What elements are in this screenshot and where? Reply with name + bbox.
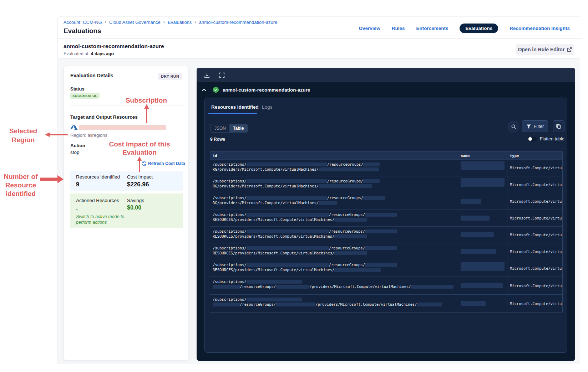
active-tab-underline [208, 113, 257, 114]
status-badge: SUCCESSFUL [70, 93, 100, 99]
resources-subpanel: Resources Identified Logs JSON Table Fil… [204, 98, 567, 353]
fullscreen-icon[interactable] [219, 72, 225, 78]
breadcrumb-item[interactable]: Evaluations [168, 20, 192, 25]
table-header-row: idnametype [210, 151, 562, 159]
annotation-subscription: Subscription [126, 96, 167, 105]
search-button[interactable] [508, 122, 518, 131]
nav-item-rules[interactable]: Rules [392, 26, 405, 31]
flatten-label: Flatten table [540, 136, 564, 141]
cell-name [458, 260, 507, 277]
redaction-box [334, 218, 367, 222]
breadcrumb-separator: › [194, 19, 196, 25]
nav-item-overview[interactable]: Overview [359, 26, 380, 31]
redaction-box [319, 201, 337, 205]
cell-type: Microsoft.Compute/virtualMachines [507, 295, 562, 312]
redaction-box [247, 246, 329, 250]
breadcrumb: Account: CCM-NG›Cloud Asset Governance›E… [64, 20, 277, 25]
azure-logo-icon [70, 123, 78, 131]
copy-button[interactable] [553, 120, 564, 132]
nav-item-enforcements[interactable]: Enforcements [416, 26, 448, 31]
breadcrumb-item[interactable]: Account: CCM-NG [64, 20, 102, 25]
redaction-box [247, 213, 329, 217]
table-row: /subscriptions//resourceGroups/RESOURCES… [210, 260, 562, 277]
external-link-icon [567, 47, 572, 52]
copy-icon [556, 124, 561, 129]
search-icon [511, 124, 516, 129]
download-icon[interactable] [204, 72, 210, 78]
cell-id: /subscriptions//resourceGroups/RG/provid… [210, 193, 458, 210]
view-mode-json[interactable]: JSON [211, 124, 229, 132]
active-mode-note: Switch to active mode toperform actions [76, 214, 124, 225]
table-row: /subscriptions//resourceGroups/RG/provid… [210, 176, 562, 193]
redaction-box [461, 161, 505, 170]
rows-count: 9 Rows [210, 137, 225, 142]
cell-id: /subscriptions//resourceGroups/RESOURCES… [210, 227, 458, 243]
redaction-box [334, 234, 367, 238]
open-rule-editor-button[interactable]: Open in Rule Editor [516, 44, 574, 55]
resources-identified-label: Resources Identified [76, 174, 120, 180]
cell-id: /subscriptions//resourceGroups/RG/provid… [210, 176, 458, 193]
redaction-box [411, 285, 453, 289]
actioned-savings-box: Actioned Resources Savings - $0.00 Switc… [70, 193, 183, 228]
cell-id: /subscriptions//resourceGroups/RG/provid… [210, 160, 458, 176]
arrow-selected-region-head [45, 133, 50, 137]
table-row: /subscriptions//resourceGroups//provider… [210, 277, 562, 294]
cost-impact-label: Cost Impact [127, 174, 153, 180]
filter-button[interactable]: Filter [522, 120, 548, 132]
refresh-cost-data-link[interactable]: Refresh Cost Data [142, 161, 185, 166]
redaction-box [461, 216, 490, 221]
cell-name [458, 193, 507, 210]
redaction-box [365, 213, 397, 217]
table-header-type: type [507, 152, 562, 159]
redaction-box [319, 167, 379, 171]
evaluation-name: anmol-custom-recommendation-azure [64, 43, 164, 50]
redaction-box [247, 229, 329, 233]
refresh-link-label: Refresh Cost Data [148, 161, 185, 166]
dry-run-badge: DRY RUN [158, 73, 182, 80]
subscription-redaction-bar [79, 125, 166, 130]
actioned-resources-label: Actioned Resources [76, 198, 119, 203]
table-header-name: name [458, 152, 507, 159]
tab-logs[interactable]: Logs [262, 104, 272, 110]
evaluated-at-value: 4 days ago [91, 51, 114, 56]
table-row: /subscriptions//resourceGroups/RESOURCES… [210, 210, 562, 226]
cell-type: Microsoft.Compute/virtualMachines [507, 227, 562, 243]
cell-name [458, 243, 507, 260]
cell-type: Microsoft.Compute/virtualMachines [507, 160, 562, 176]
cell-id: /subscriptions//resourceGroups/RESOURCES… [210, 210, 458, 226]
evaluated-at: Evaluated at: 4 days ago [64, 51, 114, 56]
flatten-toggle[interactable] [528, 137, 537, 141]
cell-name [458, 277, 507, 294]
redaction-box [247, 162, 327, 166]
breadcrumb-item[interactable]: anmol-custom-recommendation-azure [199, 20, 278, 25]
breadcrumb-item[interactable]: Cloud Asset Governance [109, 20, 161, 25]
cost-impact-value: $226.96 [127, 181, 149, 188]
nav-item-evaluations[interactable]: Evaluations [460, 24, 498, 33]
resources-cost-box: Resources Identified Cost Impact 9 $226.… [70, 171, 183, 191]
status-label: Status [70, 86, 85, 92]
redaction-box [319, 184, 372, 188]
savings-value: $0.00 [127, 205, 141, 211]
collapse-chevron-icon[interactable] [202, 88, 207, 92]
redaction-box [247, 179, 327, 183]
redaction-box [365, 263, 397, 267]
breadcrumb-separator: › [163, 19, 165, 25]
filter-icon [526, 124, 531, 129]
redaction-box [363, 179, 380, 183]
resources-identified-value: 9 [76, 181, 79, 188]
header-divider [58, 38, 582, 39]
filter-label: Filter [534, 124, 544, 129]
result-header-row: anmol-custom-recommendation-azure [197, 82, 575, 97]
view-mode-table[interactable]: Table [229, 124, 247, 132]
cell-name [458, 160, 507, 176]
cell-name [458, 295, 507, 312]
redaction-box [363, 162, 380, 166]
cell-type: Microsoft.Compute/virtualMachines [507, 260, 562, 277]
region-text: Region: allregions [70, 133, 107, 138]
nav-item-recommendation-insights[interactable]: Recommendation Insights [510, 26, 570, 31]
flatten-toggle-group: Flatten table [528, 136, 564, 141]
tab-resources-identified[interactable]: Resources Identified [211, 104, 259, 110]
annotation-resource-count: Number ofResourceidentified [4, 172, 38, 198]
redaction-box [213, 285, 240, 289]
redaction-box [213, 303, 240, 306]
